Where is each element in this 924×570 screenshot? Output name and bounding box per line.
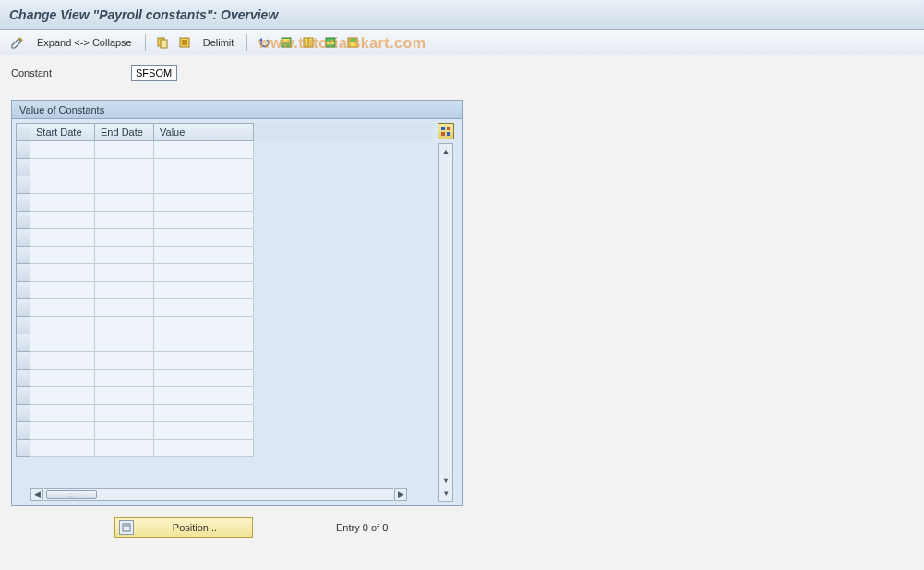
cell[interactable] xyxy=(95,317,154,334)
hscroll-track[interactable]: ::: xyxy=(44,488,393,501)
cell[interactable] xyxy=(30,299,95,317)
row-selector[interactable] xyxy=(16,212,30,229)
cell[interactable] xyxy=(30,159,95,176)
cell[interactable] xyxy=(95,247,154,264)
cell[interactable] xyxy=(154,159,254,176)
scroll-up-icon[interactable]: ▲ xyxy=(440,146,451,157)
row-selector[interactable] xyxy=(16,264,30,282)
undo-icon[interactable] xyxy=(255,33,273,52)
position-button[interactable]: Position... xyxy=(114,517,253,538)
cell[interactable] xyxy=(95,334,154,352)
deselect-all-icon[interactable] xyxy=(299,33,318,52)
cell[interactable] xyxy=(95,370,154,387)
cell[interactable] xyxy=(30,387,95,405)
row-selector[interactable] xyxy=(16,440,30,457)
expand-collapse-button[interactable]: Expand <-> Collapse xyxy=(31,37,138,48)
cell[interactable] xyxy=(154,440,254,457)
cell[interactable] xyxy=(30,229,95,247)
scroll-left-icon[interactable]: ◀ xyxy=(30,488,43,501)
cell[interactable] xyxy=(154,247,254,264)
col-start-date[interactable]: Start Date xyxy=(30,123,95,141)
row-selector[interactable] xyxy=(16,176,30,194)
print-icon[interactable] xyxy=(343,33,362,52)
cell[interactable] xyxy=(95,405,154,422)
horizontal-scrollbar: ◀ ::: ▶ xyxy=(16,487,433,502)
table-settings-icon[interactable] xyxy=(321,33,340,52)
cell[interactable] xyxy=(30,176,95,194)
select-all-rows[interactable] xyxy=(16,123,30,141)
cell[interactable] xyxy=(154,370,254,387)
cell[interactable] xyxy=(95,282,154,299)
cell[interactable] xyxy=(30,212,95,229)
cell[interactable] xyxy=(95,299,154,317)
row-selector[interactable] xyxy=(16,370,30,387)
row-selector[interactable] xyxy=(16,282,30,299)
cell[interactable] xyxy=(95,440,154,457)
row-selector[interactable] xyxy=(16,317,30,334)
row-selector[interactable] xyxy=(16,141,30,159)
cell[interactable] xyxy=(154,334,254,352)
cell[interactable] xyxy=(30,282,95,299)
cell[interactable] xyxy=(154,352,254,370)
delimit-button[interactable]: Delimit xyxy=(198,37,240,48)
row-selector[interactable] xyxy=(16,247,30,264)
cell[interactable] xyxy=(154,176,254,194)
svg-rect-16 xyxy=(123,524,130,527)
row-selector[interactable] xyxy=(16,299,30,317)
cell[interactable] xyxy=(30,141,95,159)
cell[interactable] xyxy=(30,264,95,282)
row-selector[interactable] xyxy=(16,422,30,440)
cell[interactable] xyxy=(95,141,154,159)
cell[interactable] xyxy=(95,194,154,212)
cell[interactable] xyxy=(30,352,95,370)
cell[interactable] xyxy=(30,334,95,352)
row-selector[interactable] xyxy=(16,229,30,247)
cell[interactable] xyxy=(30,370,95,387)
constant-input[interactable] xyxy=(131,65,177,81)
vertical-scrollbar[interactable]: ▲ ▼ ▾ xyxy=(438,143,453,502)
row-selector[interactable] xyxy=(16,159,30,176)
cell[interactable] xyxy=(154,282,254,299)
cell[interactable] xyxy=(30,194,95,212)
cell[interactable] xyxy=(154,387,254,405)
cell[interactable] xyxy=(154,405,254,422)
cell[interactable] xyxy=(95,229,154,247)
hscroll-thumb[interactable]: ::: xyxy=(46,490,97,499)
row-selector[interactable] xyxy=(16,194,30,212)
cell[interactable] xyxy=(154,422,254,440)
toggle-edit-icon[interactable] xyxy=(7,33,28,52)
scroll-down-icon[interactable]: ▼ xyxy=(440,475,451,486)
cell[interactable] xyxy=(154,264,254,282)
row-selector[interactable] xyxy=(16,352,30,370)
cell[interactable] xyxy=(154,317,254,334)
cell[interactable] xyxy=(30,405,95,422)
cell[interactable] xyxy=(95,176,154,194)
cell[interactable] xyxy=(95,159,154,176)
cell[interactable] xyxy=(95,352,154,370)
scroll-right-icon[interactable]: ▶ xyxy=(394,488,407,501)
scroll-last-icon[interactable]: ▾ xyxy=(440,488,451,499)
cell[interactable] xyxy=(30,440,95,457)
cell[interactable] xyxy=(30,422,95,440)
cell[interactable] xyxy=(154,299,254,317)
cell[interactable] xyxy=(95,387,154,405)
cell[interactable] xyxy=(30,247,95,264)
row-selector[interactable] xyxy=(16,405,30,422)
cell[interactable] xyxy=(154,141,254,159)
table-config-icon[interactable] xyxy=(438,123,454,139)
separator xyxy=(145,34,146,51)
cell[interactable] xyxy=(95,212,154,229)
row-selector[interactable] xyxy=(16,334,30,352)
copy-icon[interactable] xyxy=(153,33,172,52)
cell[interactable] xyxy=(95,264,154,282)
row-selector[interactable] xyxy=(16,387,30,405)
select-block-icon[interactable] xyxy=(277,33,295,52)
cell[interactable] xyxy=(30,317,95,334)
cell[interactable] xyxy=(95,422,154,440)
cell[interactable] xyxy=(154,212,254,229)
cell[interactable] xyxy=(154,194,254,212)
cell[interactable] xyxy=(154,229,254,247)
col-end-date[interactable]: End Date xyxy=(95,123,154,141)
select-all-icon[interactable] xyxy=(175,33,194,52)
col-value[interactable]: Value xyxy=(154,123,254,141)
